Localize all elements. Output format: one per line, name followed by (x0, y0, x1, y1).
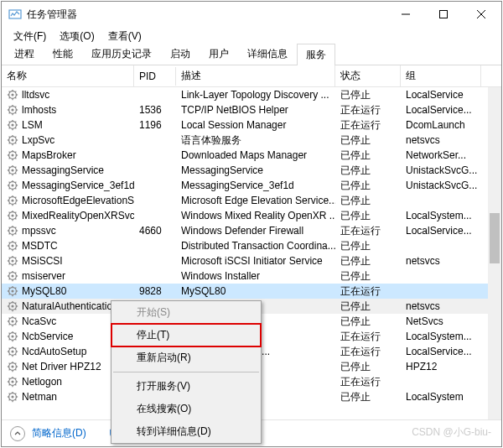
gear-icon (7, 89, 18, 101)
gear-icon (7, 134, 18, 146)
ctx-separator (113, 372, 259, 372)
ctx-search-online[interactable]: 在线搜索(O) (111, 398, 261, 420)
table-row[interactable]: MSDTCDistributed Transaction Coordina...… (2, 238, 501, 253)
svg-line-62 (15, 173, 16, 174)
svg-line-134 (15, 273, 16, 273)
gear-icon (7, 225, 18, 237)
tab-0[interactable]: 进程 (5, 43, 44, 65)
svg-line-204 (15, 378, 16, 379)
cell-group: NetworkSer... (401, 148, 481, 162)
table-row[interactable]: MessagingServiceMessagingService已停止Unist… (2, 163, 501, 178)
cell-group (401, 200, 481, 201)
table-row[interactable]: MySQL809828MySQL80正在运行 (2, 284, 501, 299)
ctx-restart[interactable]: 重新启动(R) (111, 346, 261, 369)
cell-group: LocalSystem... (401, 330, 481, 343)
col-name[interactable]: 名称 (2, 65, 134, 86)
table-row[interactable]: lltdsvcLink-Layer Topology Discovery ...… (2, 87, 501, 102)
svg-line-212 (15, 399, 16, 400)
col-group[interactable]: 组 (401, 65, 481, 86)
svg-line-174 (15, 333, 16, 334)
cell-status: 已停止 (335, 389, 401, 405)
col-desc[interactable]: 描述 (176, 65, 335, 86)
svg-point-106 (11, 244, 13, 247)
cell-status: 已停止 (335, 208, 401, 224)
cell-desc: Microsoft iSCSI Initiator Service (176, 254, 335, 268)
table-row[interactable]: LSM1196Local Session Manager正在运行DcomLaun… (2, 117, 501, 133)
svg-line-82 (15, 203, 16, 204)
svg-line-122 (15, 263, 16, 264)
cell-name: MessagingService (2, 164, 134, 177)
svg-line-33 (9, 128, 10, 128)
tab-3[interactable]: 启动 (161, 43, 200, 65)
gear-icon (7, 119, 18, 131)
svg-line-94 (15, 212, 16, 213)
scrollbar-thumb[interactable] (490, 213, 500, 263)
cell-group (401, 381, 481, 383)
table-row[interactable]: msiserverWindows Installer已停止 (2, 268, 501, 284)
tab-2[interactable]: 应用历史记录 (82, 43, 161, 65)
cell-group: netsvcs (401, 300, 481, 313)
brief-info-link[interactable]: 简略信息(D) (32, 426, 86, 440)
scrollbar[interactable] (488, 87, 501, 419)
table-row[interactable]: MSiSCSIMicrosoft iSCSI Initiator Service… (2, 253, 501, 268)
svg-line-32 (15, 128, 16, 128)
maximize-button[interactable] (424, 3, 462, 26)
svg-line-111 (9, 242, 10, 243)
svg-point-86 (11, 214, 13, 216)
svg-line-133 (9, 279, 10, 279)
cell-name: MapsBroker (2, 148, 134, 162)
table-row[interactable]: LxpSvc语言体验服务已停止netsvcs (2, 133, 501, 148)
table-row[interactable]: mpssvc4660Windows Defender Firewall正在运行L… (2, 223, 501, 238)
svg-line-42 (15, 143, 16, 143)
svg-line-194 (15, 363, 16, 364)
cell-desc: Windows Installer (176, 269, 335, 283)
tab-5[interactable]: 详细信息 (238, 43, 297, 65)
gear-icon (7, 285, 18, 297)
svg-point-6 (11, 93, 13, 96)
ctx-start[interactable]: 开始(S) (111, 301, 261, 324)
svg-point-36 (11, 138, 13, 141)
svg-line-181 (9, 348, 10, 349)
minimize-button[interactable] (386, 3, 424, 26)
column-headers: 名称 PID 描述 状态 组 (2, 65, 501, 87)
cell-pid: 9828 (134, 284, 176, 298)
gear-icon (7, 361, 18, 372)
titlebar[interactable]: 任务管理器 (2, 2, 501, 27)
table-row[interactable]: MessagingService_3ef1dMessagingService_3… (2, 178, 501, 193)
tab-4[interactable]: 用户 (200, 43, 238, 65)
service-list[interactable]: lltdsvcLink-Layer Topology Discovery ...… (2, 87, 501, 446)
svg-line-123 (9, 263, 10, 264)
cell-group: NetSvcs (401, 315, 481, 328)
svg-line-22 (15, 112, 16, 113)
svg-point-116 (11, 259, 13, 262)
svg-line-201 (9, 378, 10, 379)
close-button[interactable] (462, 3, 500, 26)
tab-1[interactable]: 性能 (44, 43, 82, 65)
svg-line-183 (9, 354, 10, 355)
col-pid[interactable]: PID (134, 67, 176, 86)
table-row[interactable]: MapsBrokerDownloaded Maps Manager已停止Netw… (2, 148, 501, 163)
table-row[interactable]: MixedRealityOpenXRSvcWindows Mixed Reali… (2, 208, 501, 223)
expand-icon[interactable] (10, 426, 25, 441)
svg-line-71 (9, 182, 10, 183)
cell-name: LxpSvc (2, 133, 134, 147)
tab-6[interactable]: 服务 (297, 44, 335, 65)
svg-line-31 (9, 122, 10, 122)
table-row[interactable]: lmhosts1536TCP/IP NetBIOS Helper正在运行Loca… (2, 102, 501, 117)
table-row[interactable]: MicrosoftEdgeElevationS...Microsoft Edge… (2, 193, 501, 208)
col-status[interactable]: 状态 (335, 65, 401, 86)
cell-pid: 1536 (134, 103, 176, 117)
svg-line-44 (15, 137, 16, 138)
svg-line-214 (15, 393, 16, 394)
ctx-stop[interactable]: 停止(T) (111, 323, 262, 347)
ctx-go-detail[interactable]: 转到详细信息(D) (111, 420, 261, 443)
cell-status: 正在运行 (335, 102, 401, 118)
cell-desc: MySQL80 (176, 284, 335, 298)
svg-line-211 (9, 393, 10, 394)
svg-line-14 (15, 91, 16, 92)
svg-line-173 (9, 339, 10, 340)
window-title: 任务管理器 (27, 8, 386, 22)
svg-line-182 (15, 354, 16, 355)
svg-point-76 (11, 199, 13, 201)
ctx-open-services[interactable]: 打开服务(V) (111, 375, 261, 398)
